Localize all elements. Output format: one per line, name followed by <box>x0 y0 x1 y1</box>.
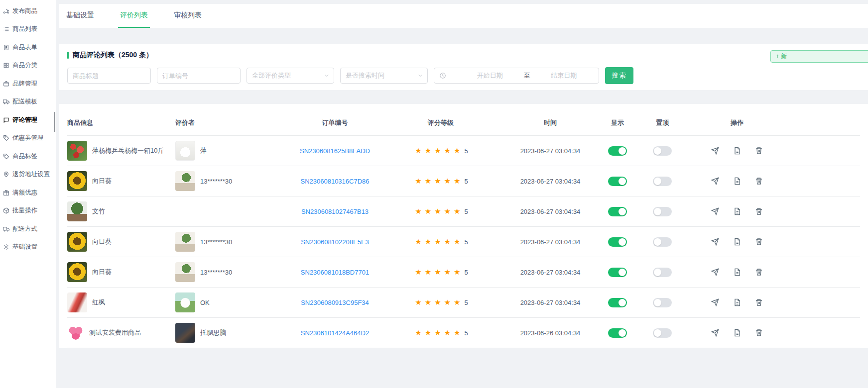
star-icon: ★ <box>454 298 460 306</box>
top-cell <box>645 328 680 338</box>
tab[interactable]: 审核列表 <box>172 4 204 28</box>
send-icon[interactable] <box>711 268 719 276</box>
show-toggle[interactable] <box>608 237 627 247</box>
sidebar-item[interactable]: 配送模板 <box>0 93 56 111</box>
send-icon[interactable] <box>711 177 719 185</box>
send-icon[interactable] <box>711 238 719 246</box>
order-no-input[interactable] <box>157 68 241 84</box>
sidebar-item[interactable]: 商品表单 <box>0 38 56 57</box>
tab[interactable]: 基础设置 <box>64 4 96 28</box>
file-icon[interactable] <box>733 207 741 215</box>
product-title-input[interactable] <box>67 68 151 84</box>
rating-cell: ★★★★★5 <box>371 298 510 307</box>
show-toggle[interactable] <box>608 298 627 307</box>
sidebar-item-label: 商品表单 <box>12 43 37 52</box>
order-link[interactable]: SN2306081625B8FADD <box>300 147 370 155</box>
sidebar-item[interactable]: 商品分类 <box>0 57 56 75</box>
file-icon[interactable] <box>733 329 741 337</box>
order-link[interactable]: SN2306081018BD7701 <box>301 269 369 276</box>
order-link[interactable]: SN230608102208E5E3 <box>301 238 369 246</box>
reviewer-name: OK <box>200 299 210 306</box>
trash-icon[interactable] <box>755 329 763 337</box>
table-row: 萍杨梅乒乓杨梅一箱10斤 萍 SN2306081625B8FADD ★★★★★5… <box>67 136 860 166</box>
top-toggle[interactable] <box>653 328 672 338</box>
sidebar-item[interactable]: 基础设置 <box>0 238 56 257</box>
tabs-bar: 基础设置评价列表审核列表 <box>59 4 868 28</box>
show-cell <box>590 177 645 186</box>
order-link[interactable]: SN2306081027467B13 <box>301 208 369 215</box>
top-toggle[interactable] <box>653 207 672 216</box>
review-type-select[interactable]: 全部评价类型 <box>247 68 334 84</box>
top-toggle[interactable] <box>653 298 672 307</box>
sidebar-item[interactable]: 批量操作 <box>0 202 56 220</box>
show-toggle[interactable] <box>608 146 627 156</box>
person-avatar <box>175 323 195 343</box>
sidebar-item[interactable]: 商品列表 <box>0 20 56 39</box>
rating-value: 5 <box>465 269 468 276</box>
rating-cell: ★★★★★5 <box>371 146 510 155</box>
star-icon: ★ <box>454 268 460 276</box>
send-icon[interactable] <box>711 298 719 306</box>
tab[interactable]: 评价列表 <box>118 4 150 28</box>
sidebar-item-label: 商品分类 <box>12 61 37 70</box>
trash-icon[interactable] <box>755 238 763 246</box>
file-icon[interactable] <box>733 268 741 276</box>
product-name: 向日葵 <box>92 237 112 246</box>
reviewer-cell: 13*******30 <box>175 171 299 191</box>
rating-value: 5 <box>465 147 468 155</box>
sidebar-item[interactable]: 配送方式 <box>0 220 56 238</box>
form-icon <box>3 44 9 51</box>
date-range-picker[interactable]: 开始日期 至 结束日期 <box>434 68 599 84</box>
show-toggle[interactable] <box>608 268 627 277</box>
time-search-select[interactable]: 是否搜索时间 <box>340 68 428 84</box>
top-toggle[interactable] <box>653 146 672 156</box>
order-link[interactable]: SN2306080913C95F34 <box>301 299 369 306</box>
search-button[interactable]: 搜索 <box>605 67 633 84</box>
sidebar-item[interactable]: 品牌管理 <box>0 75 56 93</box>
reviewer-cell: 13*******30 <box>175 262 299 282</box>
send-icon[interactable] <box>711 329 719 337</box>
order-link[interactable]: SN2306101424A464D2 <box>301 329 369 337</box>
send-icon[interactable] <box>711 207 719 215</box>
rating-cell: ★★★★★5 <box>371 237 510 246</box>
sidebar-item[interactable]: 满额优惠 <box>0 184 56 202</box>
send-icon[interactable] <box>711 147 719 155</box>
file-icon[interactable] <box>733 298 741 306</box>
trash-icon[interactable] <box>755 207 763 215</box>
sidebar-item[interactable]: 商品标签 <box>0 147 56 166</box>
add-button[interactable]: + 新 <box>770 50 868 63</box>
order-link[interactable]: SN23060810316C7D86 <box>300 178 369 185</box>
top-toggle[interactable] <box>653 268 672 277</box>
file-icon[interactable] <box>733 238 741 246</box>
scooter-icon <box>3 8 9 14</box>
delivery-icon <box>3 226 9 232</box>
title-accent-bar <box>67 52 69 59</box>
sidebar-item-label: 配送模板 <box>12 97 37 106</box>
show-toggle[interactable] <box>608 177 627 186</box>
table-row: 测试安装费用商品 托腮思脑 SN2306101424A464D2 ★★★★★5 … <box>67 318 860 348</box>
top-cell <box>645 146 680 156</box>
trash-icon[interactable] <box>755 147 763 155</box>
sidebar-scrollbar[interactable] <box>54 112 55 132</box>
sidebar-item[interactable]: 优惠券管理 <box>0 129 56 148</box>
trash-icon[interactable] <box>755 268 763 276</box>
trash-icon[interactable] <box>755 177 763 185</box>
sidebar-item[interactable]: 退货地址设置 <box>0 166 56 184</box>
show-toggle[interactable] <box>608 207 627 216</box>
gear-icon <box>3 244 9 250</box>
trash-icon[interactable] <box>755 298 763 306</box>
star-icon: ★ <box>415 177 421 185</box>
reviewer-name: 托腮思脑 <box>200 328 226 337</box>
sidebar-item-label: 基础设置 <box>12 243 37 251</box>
sidebar-item-label: 优惠券管理 <box>12 134 44 142</box>
star-icon: ★ <box>454 237 460 246</box>
top-toggle[interactable] <box>653 177 672 186</box>
file-icon[interactable] <box>733 147 741 155</box>
file-icon[interactable] <box>733 177 741 185</box>
sidebar-item[interactable]: 发布商品 <box>0 2 56 20</box>
top-toggle[interactable] <box>653 237 672 247</box>
sidebar-item[interactable]: 评论管理 <box>0 111 56 129</box>
product-name: 萍杨梅乒乓杨梅一箱10斤 <box>92 146 164 155</box>
category-icon <box>3 62 9 69</box>
show-toggle[interactable] <box>608 328 627 338</box>
